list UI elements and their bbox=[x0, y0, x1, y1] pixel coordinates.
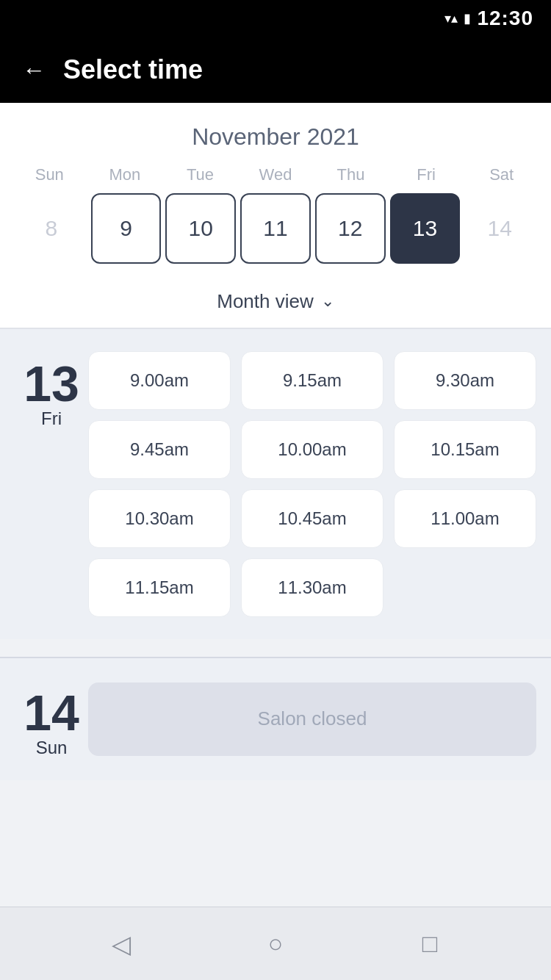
wifi-icon: ▾▴ bbox=[444, 10, 458, 26]
time-slot-1045am[interactable]: 10.45am bbox=[241, 489, 383, 548]
day-row: 8 9 10 11 12 13 14 bbox=[12, 193, 539, 278]
day-cell-10[interactable]: 10 bbox=[165, 193, 236, 264]
time-slot-1015am[interactable]: 10.15am bbox=[394, 420, 536, 479]
closed-block-14: 14 Sun Salon closed bbox=[15, 680, 536, 758]
header: ← Select time bbox=[0, 37, 551, 103]
slots-grid-13: 9.00am 9.15am 9.30am 9.45am 10.00am 10.1… bbox=[88, 351, 536, 617]
time-slot-1100am[interactable]: 11.00am bbox=[394, 489, 536, 548]
closed-section-14: 14 Sun Salon closed bbox=[0, 658, 551, 780]
big-day-name-13: Fri bbox=[41, 408, 62, 429]
day-header-wed: Wed bbox=[238, 165, 314, 184]
day-header-fri: Fri bbox=[389, 165, 464, 184]
day-cell-12[interactable]: 12 bbox=[315, 193, 386, 264]
day-header-tue: Tue bbox=[162, 165, 238, 184]
time-slot-915am[interactable]: 9.15am bbox=[241, 351, 383, 410]
day-cell-14[interactable]: 14 bbox=[464, 193, 535, 264]
status-icons: ▾▴ ▮ 12:30 bbox=[444, 7, 533, 30]
time-slot-930am[interactable]: 9.30am bbox=[394, 351, 536, 410]
closed-day-col-14: 14 Sun bbox=[15, 680, 88, 758]
day-header-sun: Sun bbox=[12, 165, 87, 184]
big-day-name-14: Sun bbox=[36, 738, 68, 758]
calendar-month-year: November 2021 bbox=[12, 123, 539, 151]
big-day-num-13: 13 bbox=[24, 359, 79, 408]
day-header-mon: Mon bbox=[87, 165, 163, 184]
time-slot-945am[interactable]: 9.45am bbox=[88, 420, 231, 479]
status-time: 12:30 bbox=[477, 7, 533, 30]
day-cell-9[interactable]: 9 bbox=[91, 193, 162, 264]
day-header-sat: Sat bbox=[464, 165, 539, 184]
nav-recent-icon[interactable]: □ bbox=[408, 922, 452, 966]
page-title: Select time bbox=[63, 54, 203, 85]
nav-back-icon[interactable]: ◁ bbox=[99, 922, 143, 966]
day-header-thu: Thu bbox=[313, 165, 389, 184]
day-slots-header-13: 13 Fri 9.00am 9.15am 9.30am 9.45am 10.00… bbox=[15, 351, 536, 617]
status-bar: ▾▴ ▮ 12:30 bbox=[0, 0, 551, 37]
day-cell-8[interactable]: 8 bbox=[16, 193, 87, 264]
day-cell-11[interactable]: 11 bbox=[240, 193, 311, 264]
nav-home-icon[interactable]: ○ bbox=[253, 922, 298, 966]
big-day-num-14: 14 bbox=[24, 688, 79, 738]
day-number-col-13: 13 Fri bbox=[15, 351, 88, 429]
calendar-section: November 2021 Sun Mon Tue Wed Thu Fri Sa… bbox=[0, 103, 551, 278]
day-cell-13[interactable]: 13 bbox=[390, 193, 461, 264]
bottom-nav: ◁ ○ □ bbox=[0, 907, 551, 980]
battery-icon: ▮ bbox=[464, 10, 471, 26]
day-headers: Sun Mon Tue Wed Thu Fri Sat bbox=[12, 165, 539, 184]
month-view-label: Month view bbox=[217, 290, 314, 313]
time-slots-section-13: 13 Fri 9.00am 9.15am 9.30am 9.45am 10.00… bbox=[0, 329, 551, 639]
time-slot-1030am[interactable]: 10.30am bbox=[88, 489, 231, 548]
chevron-down-icon: ⌄ bbox=[321, 292, 334, 311]
back-button[interactable]: ← bbox=[22, 58, 46, 82]
time-slot-1115am[interactable]: 11.15am bbox=[88, 558, 231, 617]
salon-closed-label: Salon closed bbox=[88, 682, 536, 756]
month-view-toggle[interactable]: Month view ⌄ bbox=[0, 278, 551, 328]
day-block-13: 13 Fri 9.00am 9.15am 9.30am 9.45am 10.00… bbox=[15, 351, 536, 617]
time-slot-900am[interactable]: 9.00am bbox=[88, 351, 231, 410]
time-slot-1000am[interactable]: 10.00am bbox=[241, 420, 383, 479]
time-slot-1130am[interactable]: 11.30am bbox=[241, 558, 383, 617]
